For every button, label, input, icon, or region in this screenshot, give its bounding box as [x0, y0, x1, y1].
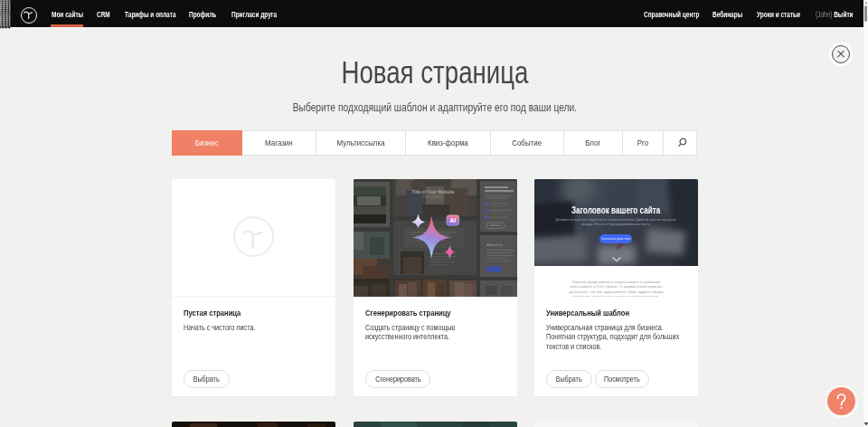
svg-text:About us: About us: [486, 242, 504, 247]
svg-text:AI: AI: [450, 217, 457, 223]
svg-text:Title of Your Website: Title of Your Website: [411, 190, 454, 195]
